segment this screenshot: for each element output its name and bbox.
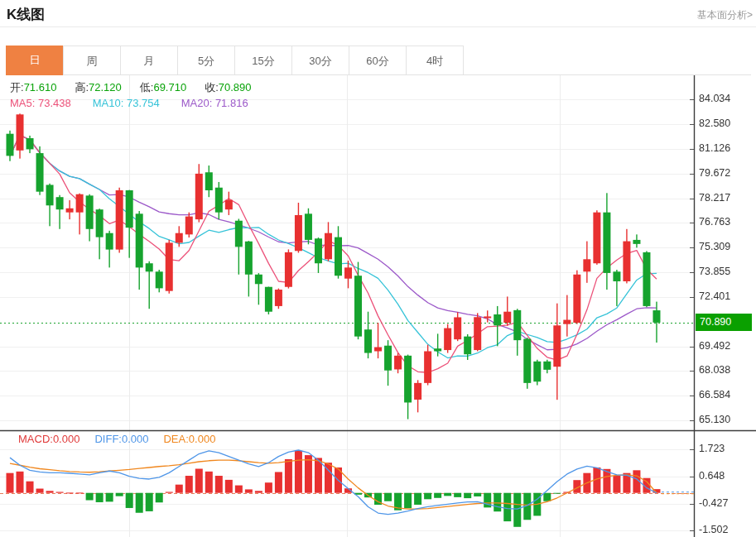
tab-period-8[interactable]: 4时 (406, 46, 464, 75)
y-axis-label: 72.401 (699, 290, 730, 302)
y-axis-label: 1.723 (699, 443, 725, 454)
kline-page: K线图 基本面分析> 日周月5分15分30分60分4时 开:71.610高:72… (0, 0, 756, 537)
y-axis-label: -0.427 (699, 497, 728, 509)
tab-period-2[interactable]: 周 (63, 46, 121, 75)
period-tabbar: 日周月5分15分30分60分4时 (7, 46, 464, 75)
ohlc-item: 收:70.890 (205, 81, 251, 93)
y-axis-label: 76.763 (699, 216, 730, 228)
tab-period-3[interactable]: 月 (120, 46, 178, 75)
ohlc-item: 低:69.710 (140, 81, 186, 93)
tab-period-5[interactable]: 15分 (234, 46, 292, 75)
tab-period-7[interactable]: 60分 (349, 46, 407, 75)
maRow-item: MA20: 71.816 (181, 97, 248, 109)
y-axis-label: 82.580 (699, 117, 730, 129)
maRow-item: MA5: 73.438 (10, 97, 71, 109)
y-axis-label: 66.584 (699, 389, 730, 400)
y-axis-label: 81.126 (699, 142, 730, 154)
macd-legend: MACD:0.000DIFF:0.000DEA:0.000 (18, 433, 230, 445)
header-divider (0, 26, 756, 27)
y-axis-label: -1.502 (699, 524, 728, 535)
macdRow-item: MACD:0.000 (18, 433, 79, 445)
fundamental-analysis-link[interactable]: 基本面分析> (697, 8, 753, 22)
tab-period-1[interactable]: 日 (6, 46, 64, 75)
tab-period-6[interactable]: 30分 (291, 46, 349, 75)
y-axis-label: 78.217 (699, 192, 730, 204)
tab-period-4[interactable]: 5分 (177, 46, 235, 75)
y-axis-label: 75.309 (699, 241, 730, 252)
page-title: K线图 (7, 5, 45, 24)
y-axis-label: 0.648 (699, 470, 725, 482)
y-axis-label: 79.672 (699, 167, 730, 179)
ohlc-item: 开:71.610 (10, 81, 56, 93)
maRow-item: MA10: 73.754 (93, 97, 160, 109)
macdRow-item: DEA:0.000 (163, 433, 215, 445)
ohlc-legend: 开:71.610高:72.120低:69.710收:70.890 (10, 80, 270, 95)
ohlc-item: 高:72.120 (75, 81, 121, 93)
y-axis-label: 65.130 (699, 414, 730, 425)
current-price-badge: 70.890 (696, 314, 752, 331)
ma-legend: MA5: 73.438MA10: 73.754MA20: 71.816 (10, 97, 270, 109)
macdRow-item: DIFF:0.000 (94, 433, 148, 445)
y-axis-label: 73.855 (699, 266, 730, 277)
y-axis-label: 84.034 (699, 93, 730, 104)
y-axis-label: 68.038 (699, 364, 730, 376)
y-axis-label: 69.492 (699, 340, 730, 352)
